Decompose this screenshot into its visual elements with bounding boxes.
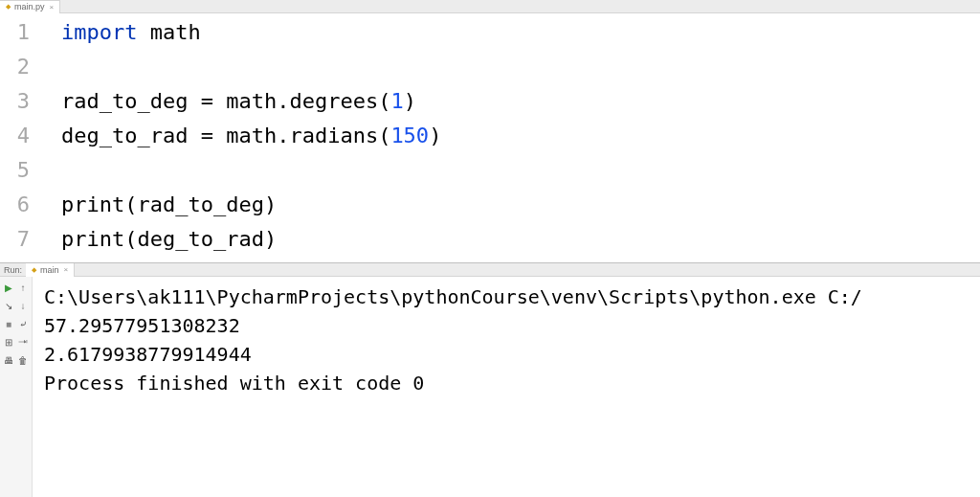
rerun-button[interactable]: ▶	[2, 281, 16, 295]
close-icon[interactable]: ×	[64, 265, 69, 274]
debug-step-icon[interactable]: ↘	[2, 299, 16, 313]
line-number: 2	[0, 50, 51, 84]
code-line: deg_to_rad = math.radians(150)	[61, 119, 980, 153]
line-number: 6	[0, 188, 51, 222]
code-line: rad_to_deg = math.degrees(1)	[61, 84, 980, 119]
clear-icon[interactable]: 🗑	[16, 353, 31, 368]
output-exit: Process finished with exit code 0	[44, 369, 976, 397]
run-output[interactable]: C:\Users\ak111\PycharmProjects\pythonCou…	[33, 277, 980, 497]
down-arrow-icon[interactable]: ↓	[16, 299, 31, 313]
gutter: 1 2 3 4 5 6 7	[0, 13, 52, 262]
close-icon[interactable]: ×	[50, 3, 55, 11]
python-file-icon: ◆	[30, 266, 37, 274]
stop-button[interactable]: ■	[2, 317, 16, 331]
code-line: import math	[61, 15, 980, 50]
run-tab-main[interactable]: ◆ main ×	[26, 263, 75, 277]
editor-tab-main[interactable]: ◆ main.py ×	[0, 0, 60, 13]
line-number: 7	[0, 222, 51, 257]
code-line: print(deg_to_rad)	[61, 222, 980, 257]
print-icon[interactable]: 🖶	[2, 353, 16, 368]
python-file-icon: ◆	[4, 3, 11, 11]
run-tab-label: main	[40, 265, 59, 275]
run-header: Run: ◆ main ×	[0, 263, 980, 277]
run-body: ▶ ↑ ↘ ↓ ■ ⤶ ⊞ ⭲ 🖶 🗑	[0, 277, 980, 497]
line-number: 1	[0, 15, 51, 50]
line-number: 4	[0, 119, 51, 153]
run-toolbar: ▶ ↑ ↘ ↓ ■ ⤶ ⊞ ⭲ 🖶 🗑	[0, 277, 33, 497]
run-panel: Run: ◆ main × ▶ ↑ ↘ ↓ ■ ⤶	[0, 262, 980, 497]
up-arrow-icon[interactable]: ↑	[16, 281, 31, 295]
code-line	[61, 50, 980, 84]
code-line	[61, 153, 980, 188]
code-line: print(rad_to_deg)	[61, 188, 980, 222]
editor-tabs: ◆ main.py ×	[0, 0, 980, 13]
layout-icon[interactable]: ⊞	[2, 335, 16, 350]
output-command: C:\Users\ak111\PycharmProjects\pythonCou…	[44, 282, 976, 311]
scroll-to-end-icon[interactable]: ⭲	[16, 335, 31, 350]
soft-wrap-icon[interactable]: ⤶	[16, 317, 31, 331]
line-number: 3	[0, 84, 51, 119]
run-label: Run:	[0, 265, 26, 275]
editor-area: 1 2 3 4 5 6 7 import math rad_to_deg = m…	[0, 13, 980, 262]
line-number: 5	[0, 153, 51, 188]
output-line: 2.6179938779914944	[44, 340, 976, 369]
editor-tab-label: main.py	[14, 2, 45, 11]
output-line: 57.29577951308232	[44, 311, 976, 340]
code-editor[interactable]: import math rad_to_deg = math.degrees(1)…	[52, 13, 980, 262]
